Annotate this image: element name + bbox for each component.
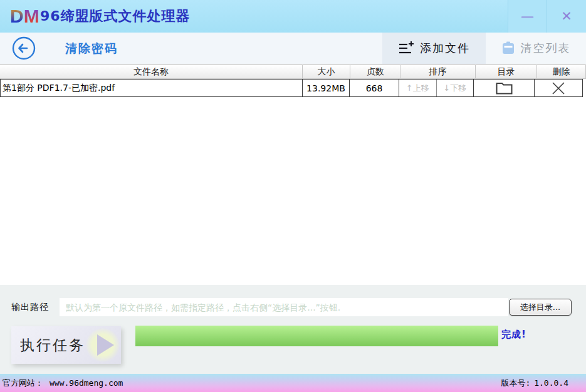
close-icon: ✕ (561, 9, 572, 24)
app-window: DM 96缔盟版式文件处理器 — ✕ 清除密码 (0, 0, 586, 392)
version-label: 版本号: (501, 378, 530, 388)
play-icon (86, 328, 120, 362)
column-header-pages: 贞数 (350, 64, 400, 79)
add-files-icon (398, 41, 414, 56)
clear-list-button[interactable]: 清空列表 (486, 33, 586, 64)
run-task-label: 执行任务 (20, 336, 85, 355)
file-name-cell: 第1部分 PDF1.7-已加密.pdf (0, 79, 303, 97)
output-path-label: 输出路径 (11, 302, 49, 313)
file-size-cell: 13.92MB (302, 79, 350, 97)
delete-file-button[interactable] (534, 79, 583, 97)
add-files-button[interactable]: 添加文件 (382, 33, 486, 64)
status-bar: 官方网站：www.96dmeng.com 版本号:1.0.0.4 (0, 374, 586, 392)
move-down-button[interactable]: ↓下移 (436, 80, 474, 96)
clear-list-icon (501, 41, 515, 55)
file-pages-cell: 668 (349, 79, 399, 97)
sort-cell: ↑上移 ↓下移 (399, 79, 474, 97)
open-directory-button[interactable] (473, 79, 535, 97)
logo-letter-m: M (24, 6, 39, 26)
folder-icon (496, 82, 513, 95)
minimize-icon: — (521, 9, 534, 24)
choose-directory-button[interactable]: 选择目录... (509, 299, 572, 316)
choose-directory-label: 选择目录... (520, 302, 560, 313)
toolbar: 清除密码 添加文件 清空列表 (0, 33, 586, 64)
window-title: 96缔盟版式文件处理器 (40, 0, 191, 33)
column-header-size: 大小 (303, 64, 350, 79)
run-task-button[interactable]: 执行任务 (11, 326, 121, 364)
output-path-input[interactable] (60, 298, 508, 316)
clear-list-label: 清空列表 (521, 41, 571, 56)
lower-panel: 输出路径 选择目录... 执行任务 完成! (0, 285, 586, 374)
back-button[interactable] (12, 36, 36, 60)
delete-x-icon (552, 81, 565, 95)
version-info: 版本号:1.0.0.4 (501, 374, 568, 392)
official-site: 官方网站：www.96dmeng.com (3, 374, 123, 392)
file-table-header: 文件名称 大小 贞数 排序 目录 删除 (0, 64, 586, 79)
progress-bar (135, 326, 498, 346)
column-header-sort: 排序 (400, 64, 476, 79)
logo-letter-d: D (10, 6, 24, 26)
column-header-delete: 删除 (537, 64, 586, 79)
mode-title: 清除密码 (65, 33, 118, 64)
table-row[interactable]: 第1部分 PDF1.7-已加密.pdf 13.92MB 668 ↑上移 ↓下移 (0, 79, 586, 97)
minimize-button[interactable]: — (508, 0, 547, 33)
titlebar: DM 96缔盟版式文件处理器 — ✕ (0, 0, 586, 33)
official-site-url: www.96dmeng.com (50, 378, 123, 388)
column-header-filename: 文件名称 (0, 64, 303, 79)
app-logo: DM (10, 5, 39, 28)
move-up-button[interactable]: ↑上移 (399, 80, 436, 96)
progress-status-text: 完成! (501, 329, 526, 341)
official-site-label: 官方网站： (3, 378, 43, 388)
column-header-directory: 目录 (476, 64, 537, 79)
version-number: 1.0.0.4 (534, 378, 568, 388)
close-button[interactable]: ✕ (547, 0, 586, 33)
back-arrow-icon (12, 36, 36, 60)
add-files-label: 添加文件 (420, 41, 470, 56)
